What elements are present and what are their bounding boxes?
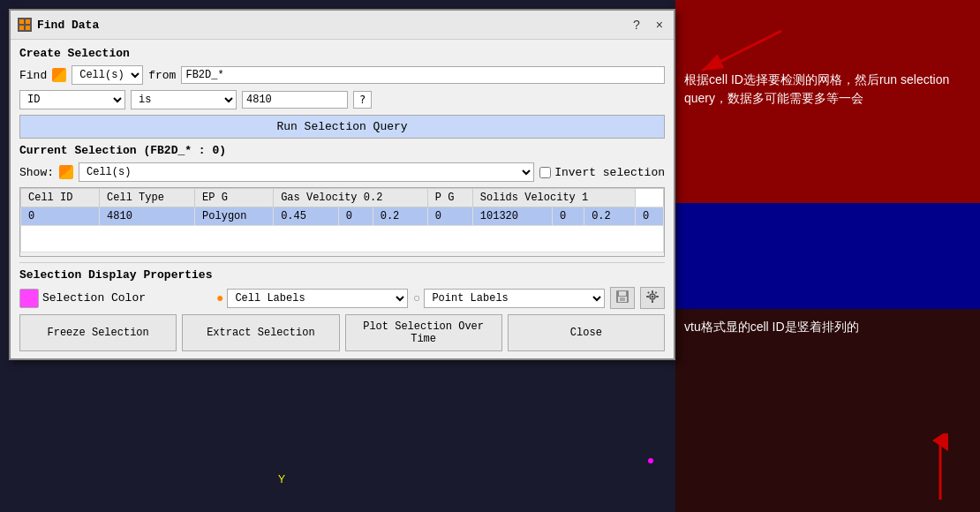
create-selection-title: Create Selection [19, 47, 665, 60]
svg-rect-10 [619, 291, 626, 296]
value-input[interactable] [242, 91, 348, 109]
invert-label: Invert selection [554, 166, 665, 179]
cell-type-dropdown[interactable]: Cell(s) [72, 65, 143, 85]
invert-row: Invert selection [539, 166, 665, 179]
sdp-title: Selection Display Properties [19, 268, 665, 282]
condition-help-button[interactable]: ? [353, 91, 372, 109]
table-header-row: Cell ID Cell Type EP G Gas Velocity 0.2 … [21, 189, 664, 207]
dialog-titlebar: Find Data ? × [11, 11, 674, 40]
plot-selection-button[interactable]: Plot Selection Over Time [345, 314, 502, 351]
annotation-text-1: 根据cell ID选择要检测的网格，然后run selection query，… [684, 71, 971, 108]
dialog-body: Create Selection Find Cell(s) from ID is… [11, 40, 674, 358]
cell-icon [52, 68, 66, 82]
cell-type: Polygon [195, 207, 274, 226]
svg-rect-18 [656, 296, 659, 297]
save-icon-button[interactable] [610, 287, 635, 309]
col-header-solids-velocity: Solids Velocity 1 [472, 189, 635, 207]
bottom-buttons: Freeze Selection Extract Selection Plot … [19, 314, 665, 351]
condition-dropdown[interactable]: is [131, 90, 237, 109]
right-annotation-panel: 根据cell ID选择要检测的网格，然后run selection query，… [675, 0, 980, 512]
help-button[interactable]: ? [629, 16, 644, 34]
magenta-dot [648, 458, 653, 463]
svg-rect-6 [26, 19, 30, 24]
annotation-text-2: vtu格式显的cell ID是竖着排列的 [684, 318, 971, 336]
arrow-annotation-bottom [927, 433, 954, 508]
from-label: from [148, 69, 176, 82]
point-labels-dropdown[interactable]: Point Labels [424, 289, 605, 308]
find-row: Find Cell(s) from [19, 65, 665, 85]
col-header-gas-velocity: Gas Velocity 0.2 [274, 189, 428, 207]
titlebar-left: Find Data [18, 18, 99, 32]
cell-sol-vel-z: 0 [635, 207, 663, 226]
svg-rect-19 [647, 291, 650, 294]
svg-rect-12 [620, 297, 625, 301]
svg-line-1 [702, 31, 781, 71]
table-empty-row [21, 226, 664, 252]
show-cell-icon [59, 165, 73, 179]
color-group: Selection Color [19, 289, 211, 308]
point-labels-icon: ○ [413, 291, 420, 305]
current-selection-title: Current Selection (FB2D_* : 0) [19, 144, 665, 157]
cell-sol-vel-x: 0 [552, 207, 584, 226]
extract-selection-button[interactable]: Extract Selection [182, 314, 339, 351]
field-dropdown[interactable]: ID [19, 90, 125, 109]
show-label: Show: [19, 166, 54, 179]
svg-rect-8 [26, 26, 30, 30]
cell-gas-vel-y: 0.2 [373, 207, 427, 226]
gear-icon [646, 290, 659, 303]
y-axis-label: Y [278, 473, 285, 486]
condition-row: ID is ? [19, 90, 665, 109]
from-input[interactable] [181, 66, 665, 84]
show-dropdown[interactable]: Cell(s) [79, 162, 534, 182]
cell-labels-group: ● Cell Labels [216, 289, 408, 308]
run-selection-query-button[interactable]: Run Selection Query [19, 115, 665, 139]
titlebar-right: ? × [629, 16, 667, 34]
selection-color-label: Selection Color [42, 291, 146, 305]
data-table-container: Cell ID Cell Type EP G Gas Velocity 0.2 … [19, 187, 665, 257]
cell-ep-g: 0.45 [274, 207, 339, 226]
cell-p-g: 101320 [472, 207, 552, 226]
svg-rect-5 [19, 19, 24, 24]
cell-gas-vel-x: 0 [338, 207, 373, 226]
col-header-cell-id: Cell ID [21, 189, 100, 207]
svg-rect-20 [655, 291, 658, 294]
table-row[interactable]: 0 4810 Polygon 0.45 0 0.2 0 101320 0 0.2… [21, 207, 664, 226]
cell-id: 4810 [100, 207, 195, 226]
right-top-panel: 根据cell ID选择要检测的网格，然后run selection query，… [675, 0, 980, 203]
data-table: Cell ID Cell Type EP G Gas Velocity 0.2 … [20, 188, 664, 252]
cell-labels-dropdown[interactable]: Cell Labels [227, 289, 408, 308]
invert-selection-checkbox[interactable] [539, 167, 551, 178]
find-label: Find [19, 69, 47, 82]
selection-color-button[interactable] [19, 289, 39, 308]
col-header-cell-type: Cell Type [100, 189, 195, 207]
col-header-ep-g: EP G [195, 189, 274, 207]
right-bottom-dark: vtu格式显的cell ID是竖着排列的 [675, 309, 980, 512]
svg-rect-7 [19, 26, 24, 30]
cell-labels-icon: ● [216, 291, 223, 305]
freeze-selection-button[interactable]: Freeze Selection [19, 314, 177, 351]
close-button[interactable]: Close [508, 314, 665, 351]
empty-cell [21, 226, 664, 252]
dialog-title: Find Data [37, 19, 99, 32]
selection-display-properties: Selection Display Properties Selection C… [19, 262, 665, 309]
cell-sol-vel-y: 0.2 [584, 207, 636, 226]
col-header-p-g: P G [427, 189, 472, 207]
dialog-icon [18, 18, 32, 32]
svg-rect-16 [652, 300, 653, 303]
cell-gas-vel-z: 0 [427, 207, 472, 226]
cell-row-index: 0 [21, 207, 100, 226]
close-dialog-button[interactable]: × [652, 16, 667, 34]
save-icon [616, 290, 629, 303]
svg-rect-15 [652, 290, 653, 293]
find-data-dialog: Find Data ? × Create Selection Find Cell… [9, 9, 675, 360]
show-row: Show: Cell(s) Invert selection [19, 162, 665, 182]
svg-rect-17 [646, 296, 649, 297]
sdp-row: Selection Color ● Cell Labels ○ Point La… [19, 287, 665, 309]
right-bottom-blue [675, 203, 980, 309]
gear-icon-button[interactable] [640, 287, 665, 309]
point-labels-group: ○ Point Labels [413, 289, 605, 308]
svg-point-14 [652, 296, 654, 298]
